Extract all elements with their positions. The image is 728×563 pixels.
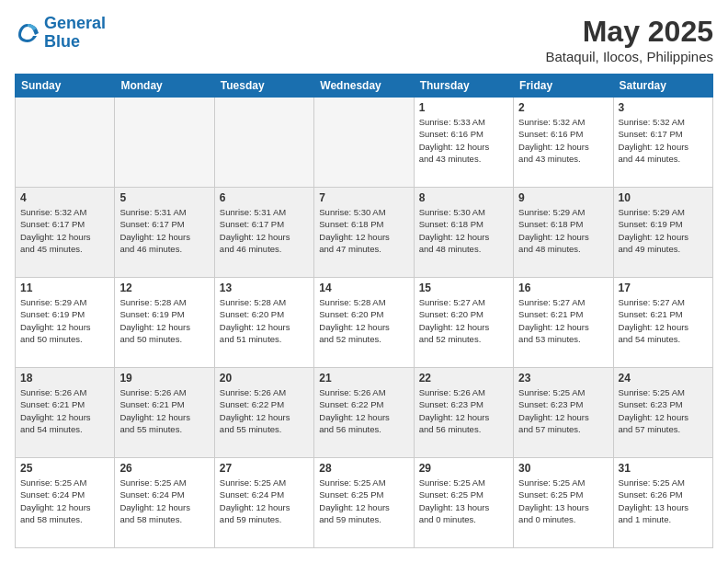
week-row-5: 25Sunrise: 5:25 AM Sunset: 6:24 PM Dayli… xyxy=(16,458,713,548)
day-number: 7 xyxy=(319,191,408,204)
calendar-cell: 30Sunrise: 5:25 AM Sunset: 6:25 PM Dayli… xyxy=(514,458,613,548)
calendar-cell: 24Sunrise: 5:25 AM Sunset: 6:23 PM Dayli… xyxy=(613,368,712,458)
day-number: 3 xyxy=(619,101,708,114)
day-info: Sunrise: 5:32 AM Sunset: 6:17 PM Dayligh… xyxy=(619,116,708,165)
day-info: Sunrise: 5:33 AM Sunset: 6:16 PM Dayligh… xyxy=(419,116,508,165)
logo-text: General Blue xyxy=(44,15,106,52)
calendar-cell xyxy=(314,98,414,188)
calendar-cell: 17Sunrise: 5:27 AM Sunset: 6:21 PM Dayli… xyxy=(613,278,712,368)
calendar-cell: 13Sunrise: 5:28 AM Sunset: 6:20 PM Dayli… xyxy=(214,278,313,368)
day-number: 31 xyxy=(619,462,708,475)
day-number: 23 xyxy=(518,372,608,385)
day-number: 25 xyxy=(20,462,109,475)
calendar-cell: 12Sunrise: 5:28 AM Sunset: 6:19 PM Dayli… xyxy=(115,278,214,368)
day-info: Sunrise: 5:25 AM Sunset: 6:24 PM Dayligh… xyxy=(220,477,309,525)
logo-general: General xyxy=(44,14,106,32)
week-row-1: 1Sunrise: 5:33 AM Sunset: 6:16 PM Daylig… xyxy=(16,98,713,188)
calendar-cell: 6Sunrise: 5:31 AM Sunset: 6:17 PM Daylig… xyxy=(214,188,313,278)
location-title: Bataquil, Ilocos, Philippines xyxy=(545,49,713,64)
calendar-cell: 19Sunrise: 5:26 AM Sunset: 6:21 PM Dayli… xyxy=(115,368,214,458)
day-number: 1 xyxy=(419,101,508,114)
day-number: 21 xyxy=(319,372,408,385)
day-info: Sunrise: 5:29 AM Sunset: 6:18 PM Dayligh… xyxy=(518,206,608,255)
day-info: Sunrise: 5:31 AM Sunset: 6:17 PM Dayligh… xyxy=(119,206,209,255)
calendar-cell: 26Sunrise: 5:25 AM Sunset: 6:24 PM Dayli… xyxy=(115,458,214,548)
header: General Blue May 2025 Bataquil, Ilocos, … xyxy=(15,15,713,64)
day-number: 18 xyxy=(20,372,109,385)
calendar-cell: 21Sunrise: 5:26 AM Sunset: 6:22 PM Dayli… xyxy=(314,368,414,458)
calendar-cell xyxy=(16,98,115,188)
title-block: May 2025 Bataquil, Ilocos, Philippines xyxy=(545,15,713,64)
day-info: Sunrise: 5:26 AM Sunset: 6:22 PM Dayligh… xyxy=(319,386,408,435)
day-number: 12 xyxy=(119,282,209,294)
col-header-sunday: Sunday xyxy=(16,75,115,98)
col-header-tuesday: Tuesday xyxy=(214,75,313,98)
day-info: Sunrise: 5:28 AM Sunset: 6:20 PM Dayligh… xyxy=(319,296,408,345)
calendar-cell: 20Sunrise: 5:26 AM Sunset: 6:22 PM Dayli… xyxy=(214,368,313,458)
calendar-cell: 31Sunrise: 5:25 AM Sunset: 6:26 PM Dayli… xyxy=(613,458,712,548)
day-number: 22 xyxy=(419,372,508,385)
day-info: Sunrise: 5:29 AM Sunset: 6:19 PM Dayligh… xyxy=(619,206,708,255)
day-info: Sunrise: 5:29 AM Sunset: 6:19 PM Dayligh… xyxy=(20,296,109,345)
day-info: Sunrise: 5:25 AM Sunset: 6:25 PM Dayligh… xyxy=(518,477,608,525)
calendar-cell: 9Sunrise: 5:29 AM Sunset: 6:18 PM Daylig… xyxy=(514,188,613,278)
day-number: 5 xyxy=(119,191,209,204)
day-info: Sunrise: 5:30 AM Sunset: 6:18 PM Dayligh… xyxy=(419,206,508,255)
day-info: Sunrise: 5:25 AM Sunset: 6:25 PM Dayligh… xyxy=(419,477,508,525)
calendar-cell: 11Sunrise: 5:29 AM Sunset: 6:19 PM Dayli… xyxy=(16,278,115,368)
day-number: 17 xyxy=(619,282,708,294)
col-header-monday: Monday xyxy=(115,75,214,98)
day-number: 30 xyxy=(518,462,608,475)
day-number: 8 xyxy=(419,191,508,204)
calendar-cell: 25Sunrise: 5:25 AM Sunset: 6:24 PM Dayli… xyxy=(16,458,115,548)
day-info: Sunrise: 5:25 AM Sunset: 6:25 PM Dayligh… xyxy=(319,477,408,525)
calendar-cell: 28Sunrise: 5:25 AM Sunset: 6:25 PM Dayli… xyxy=(314,458,414,548)
day-number: 29 xyxy=(419,462,508,475)
logo-blue: Blue xyxy=(44,32,80,51)
calendar-cell: 1Sunrise: 5:33 AM Sunset: 6:16 PM Daylig… xyxy=(414,98,513,188)
day-info: Sunrise: 5:26 AM Sunset: 6:23 PM Dayligh… xyxy=(419,386,508,435)
col-header-friday: Friday xyxy=(514,75,613,98)
day-info: Sunrise: 5:25 AM Sunset: 6:24 PM Dayligh… xyxy=(20,477,109,525)
day-number: 14 xyxy=(319,282,408,294)
calendar-cell: 23Sunrise: 5:25 AM Sunset: 6:23 PM Dayli… xyxy=(514,368,613,458)
day-info: Sunrise: 5:32 AM Sunset: 6:16 PM Dayligh… xyxy=(518,116,608,165)
month-title: May 2025 xyxy=(545,15,713,49)
day-number: 20 xyxy=(220,372,309,385)
calendar-cell xyxy=(214,98,313,188)
calendar-cell: 8Sunrise: 5:30 AM Sunset: 6:18 PM Daylig… xyxy=(414,188,513,278)
calendar-cell: 15Sunrise: 5:27 AM Sunset: 6:20 PM Dayli… xyxy=(414,278,513,368)
day-info: Sunrise: 5:28 AM Sunset: 6:19 PM Dayligh… xyxy=(119,296,209,345)
calendar-cell: 22Sunrise: 5:26 AM Sunset: 6:23 PM Dayli… xyxy=(414,368,513,458)
calendar-cell: 14Sunrise: 5:28 AM Sunset: 6:20 PM Dayli… xyxy=(314,278,414,368)
calendar-cell: 29Sunrise: 5:25 AM Sunset: 6:25 PM Dayli… xyxy=(414,458,513,548)
day-number: 4 xyxy=(20,191,109,204)
day-info: Sunrise: 5:28 AM Sunset: 6:20 PM Dayligh… xyxy=(220,296,309,345)
day-number: 27 xyxy=(220,462,309,475)
day-number: 28 xyxy=(319,462,408,475)
day-info: Sunrise: 5:27 AM Sunset: 6:21 PM Dayligh… xyxy=(518,296,608,345)
day-number: 11 xyxy=(20,282,109,294)
week-row-4: 18Sunrise: 5:26 AM Sunset: 6:21 PM Dayli… xyxy=(16,368,713,458)
day-number: 15 xyxy=(419,282,508,294)
day-info: Sunrise: 5:25 AM Sunset: 6:26 PM Dayligh… xyxy=(619,477,708,525)
page: General Blue May 2025 Bataquil, Ilocos, … xyxy=(0,0,728,563)
calendar-cell: 5Sunrise: 5:31 AM Sunset: 6:17 PM Daylig… xyxy=(115,188,214,278)
day-info: Sunrise: 5:31 AM Sunset: 6:17 PM Dayligh… xyxy=(220,206,309,255)
day-info: Sunrise: 5:25 AM Sunset: 6:23 PM Dayligh… xyxy=(518,386,608,435)
day-info: Sunrise: 5:27 AM Sunset: 6:21 PM Dayligh… xyxy=(619,296,708,345)
day-number: 16 xyxy=(518,282,608,294)
day-info: Sunrise: 5:26 AM Sunset: 6:21 PM Dayligh… xyxy=(20,386,109,435)
calendar-cell: 2Sunrise: 5:32 AM Sunset: 6:16 PM Daylig… xyxy=(514,98,613,188)
calendar-cell: 27Sunrise: 5:25 AM Sunset: 6:24 PM Dayli… xyxy=(214,458,313,548)
day-info: Sunrise: 5:27 AM Sunset: 6:20 PM Dayligh… xyxy=(419,296,508,345)
calendar-cell: 16Sunrise: 5:27 AM Sunset: 6:21 PM Dayli… xyxy=(514,278,613,368)
day-info: Sunrise: 5:25 AM Sunset: 6:24 PM Dayligh… xyxy=(119,477,209,525)
day-number: 19 xyxy=(119,372,209,385)
day-info: Sunrise: 5:26 AM Sunset: 6:21 PM Dayligh… xyxy=(119,386,209,435)
day-number: 26 xyxy=(119,462,209,475)
calendar-cell: 7Sunrise: 5:30 AM Sunset: 6:18 PM Daylig… xyxy=(314,188,414,278)
day-number: 13 xyxy=(220,282,309,294)
calendar-cell: 4Sunrise: 5:32 AM Sunset: 6:17 PM Daylig… xyxy=(16,188,115,278)
day-number: 10 xyxy=(619,191,708,204)
